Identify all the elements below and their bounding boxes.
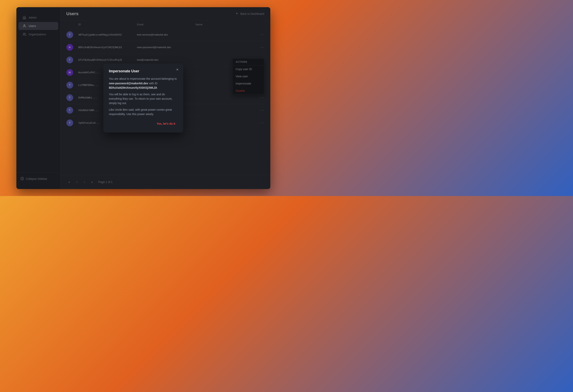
modal-body-mid: with ID <box>149 82 158 85</box>
modal-body-quote: Like Uncle Ben said, with great power co… <box>109 107 178 117</box>
modal-title: Impersonate User <box>109 69 178 73</box>
modal-body-info: You will be able to log in as them, see … <box>109 92 178 105</box>
modal-target-email: new-password@makerkit.dev <box>109 82 148 85</box>
app-window: Admin Users <box>16 7 270 189</box>
modal-body-prefix: You are about to impersonate the account… <box>109 77 177 80</box>
modal-confirm-button[interactable]: Yes, let's do it <box>154 120 178 127</box>
modal-overlay[interactable]: Impersonate User You are about to impers… <box>16 7 270 189</box>
modal-close-button[interactable] <box>175 67 180 72</box>
modal-target-id: BDhzXaN29nXmuev5yXtSKIQ3WLDI <box>109 86 157 89</box>
modal-body: You are about to impersonate the account… <box>109 77 178 116</box>
modal-footer: Yes, let's do it <box>109 120 178 127</box>
impersonate-modal: Impersonate User You are about to impers… <box>103 64 183 132</box>
